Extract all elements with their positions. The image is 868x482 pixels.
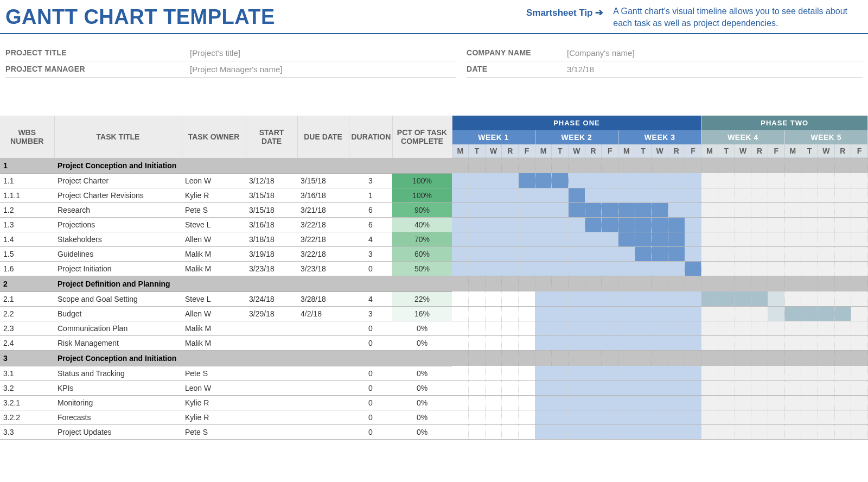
gantt-cell[interactable] [801, 424, 818, 439]
gantt-cell[interactable] [735, 173, 751, 188]
gantt-cell[interactable] [452, 366, 469, 380]
task-wbs[interactable]: 3.2.1 [0, 395, 54, 410]
gantt-cell[interactable] [469, 366, 486, 380]
gantt-cell[interactable] [502, 202, 519, 217]
gantt-cell[interactable] [519, 410, 535, 424]
gantt-cell[interactable] [602, 232, 618, 246]
gantt-cell[interactable] [585, 232, 602, 246]
gantt-cell[interactable] [685, 291, 701, 306]
gantt-cell[interactable] [502, 173, 519, 188]
gantt-cell[interactable] [652, 366, 668, 380]
gantt-cell[interactable] [851, 306, 868, 321]
gantt-cell[interactable] [452, 232, 469, 246]
task-duration[interactable]: 0 [349, 261, 392, 276]
gantt-cell[interactable] [851, 380, 868, 395]
gantt-cell[interactable] [701, 335, 718, 350]
gantt-cell[interactable] [652, 291, 668, 306]
gantt-cell[interactable] [801, 395, 818, 410]
gantt-cell[interactable] [784, 424, 801, 439]
gantt-cell[interactable] [585, 261, 602, 276]
gantt-cell[interactable] [652, 173, 668, 188]
gantt-cell[interactable] [485, 306, 502, 321]
gantt-cell[interactable] [502, 232, 519, 246]
gantt-cell[interactable] [569, 261, 585, 276]
gantt-cell[interactable] [485, 188, 502, 202]
task-title[interactable]: Projections [54, 217, 182, 232]
gantt-cell[interactable] [618, 173, 635, 188]
gantt-cell[interactable] [552, 306, 569, 321]
gantt-cell[interactable] [585, 306, 602, 321]
gantt-cell[interactable] [685, 173, 701, 188]
task-wbs[interactable]: 3.3 [0, 424, 54, 439]
gantt-cell[interactable] [652, 232, 668, 246]
gantt-cell[interactable] [768, 202, 784, 217]
task-owner[interactable]: Steve L [182, 217, 246, 232]
gantt-cell[interactable] [618, 424, 635, 439]
gantt-cell[interactable] [768, 291, 784, 306]
gantt-cell[interactable] [701, 291, 718, 306]
gantt-cell[interactable] [485, 410, 502, 424]
gantt-cell[interactable] [652, 335, 668, 350]
gantt-cell[interactable] [535, 261, 552, 276]
task-start[interactable]: 3/19/18 [246, 246, 297, 261]
gantt-cell[interactable] [834, 188, 851, 202]
task-start[interactable]: 3/15/18 [246, 202, 297, 217]
gantt-cell[interactable] [519, 261, 535, 276]
gantt-cell[interactable] [818, 395, 834, 410]
gantt-cell[interactable] [535, 232, 552, 246]
gantt-cell[interactable] [735, 291, 751, 306]
gantt-cell[interactable] [602, 246, 618, 261]
gantt-cell[interactable] [569, 380, 585, 395]
gantt-cell[interactable] [535, 380, 552, 395]
gantt-cell[interactable] [668, 410, 685, 424]
task-due[interactable]: 3/22/18 [297, 217, 349, 232]
gantt-cell[interactable] [519, 321, 535, 335]
gantt-cell[interactable] [552, 380, 569, 395]
gantt-cell[interactable] [851, 410, 868, 424]
gantt-cell[interactable] [718, 217, 735, 232]
task-wbs[interactable]: 2.1 [0, 291, 54, 306]
gantt-cell[interactable] [535, 321, 552, 335]
task-duration[interactable]: 3 [349, 306, 392, 321]
gantt-cell[interactable] [668, 202, 685, 217]
gantt-cell[interactable] [668, 173, 685, 188]
task-due[interactable] [297, 366, 349, 380]
gantt-cell[interactable] [602, 188, 618, 202]
task-pct[interactable]: 0% [392, 410, 452, 424]
gantt-cell[interactable] [701, 306, 718, 321]
gantt-cell[interactable] [668, 321, 685, 335]
gantt-cell[interactable] [602, 395, 618, 410]
gantt-cell[interactable] [685, 188, 701, 202]
gantt-cell[interactable] [784, 202, 801, 217]
gantt-sheet-wrap[interactable]: WBS NUMBERTASK TITLETASK OWNERSTART DATE… [0, 116, 868, 440]
gantt-cell[interactable] [668, 246, 685, 261]
gantt-cell[interactable] [535, 188, 552, 202]
gantt-cell[interactable] [768, 424, 784, 439]
task-due[interactable]: 3/22/18 [297, 232, 349, 246]
gantt-cell[interactable] [801, 321, 818, 335]
gantt-cell[interactable] [834, 410, 851, 424]
gantt-cell[interactable] [485, 291, 502, 306]
gantt-cell[interactable] [701, 410, 718, 424]
gantt-cell[interactable] [452, 188, 469, 202]
gantt-cell[interactable] [485, 380, 502, 395]
gantt-cell[interactable] [602, 306, 618, 321]
task-start[interactable]: 3/16/18 [246, 217, 297, 232]
gantt-cell[interactable] [502, 321, 519, 335]
gantt-cell[interactable] [452, 410, 469, 424]
gantt-cell[interactable] [469, 232, 486, 246]
task-title[interactable]: Project Initiation [54, 261, 182, 276]
task-owner[interactable]: Malik M [182, 261, 246, 276]
gantt-cell[interactable] [469, 410, 486, 424]
gantt-cell[interactable] [718, 424, 735, 439]
gantt-cell[interactable] [701, 246, 718, 261]
gantt-cell[interactable] [585, 173, 602, 188]
gantt-cell[interactable] [818, 232, 834, 246]
gantt-cell[interactable] [485, 335, 502, 350]
gantt-cell[interactable] [751, 188, 768, 202]
gantt-cell[interactable] [502, 335, 519, 350]
task-start[interactable] [246, 410, 297, 424]
gantt-cell[interactable] [818, 246, 834, 261]
gantt-cell[interactable] [535, 202, 552, 217]
gantt-cell[interactable] [519, 217, 535, 232]
